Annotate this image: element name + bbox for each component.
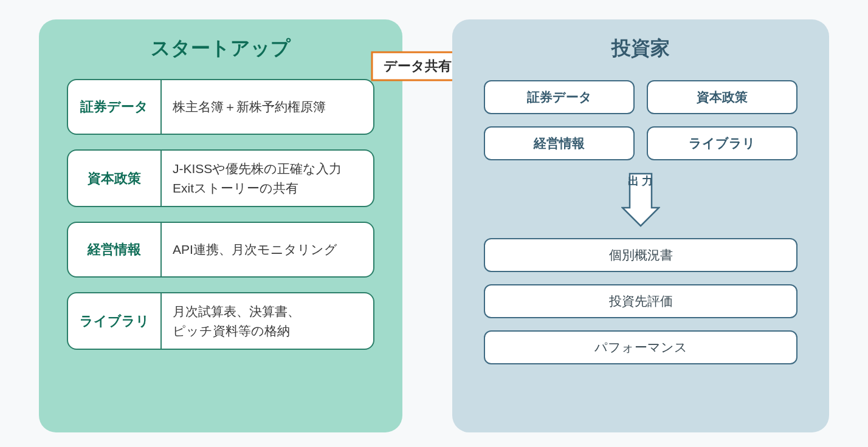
investor-output-evaluation: 投資先評価 — [484, 284, 797, 318]
startup-row-label: 経営情報 — [68, 223, 162, 276]
investor-panel: 投資家 証券データ 資本政策 経営情報 ライブラリ 出 力 個別概況書 投資先評… — [452, 19, 829, 432]
investor-input-management-info: 経営情報 — [484, 126, 635, 160]
output-arrow-label: 出 力 — [621, 175, 660, 188]
investor-output-overview: 個別概況書 — [484, 238, 797, 272]
startup-row-label: 資本政策 — [68, 151, 162, 206]
startup-row-desc: J-KISSや優先株の正確な入力 Exitストーリーの共有 — [162, 151, 373, 206]
diagram-canvas: スタートアップ 証券データ 株主名簿＋新株予約権原簿 資本政策 J-KISSや優… — [0, 0, 868, 447]
startup-row-capital-policy: 資本政策 J-KISSや優先株の正確な入力 Exitストーリーの共有 — [67, 149, 374, 207]
investor-outputs-stack: 個別概況書 投資先評価 パフォーマンス — [484, 238, 797, 364]
startup-row-securities: 証券データ 株主名簿＋新株予約権原簿 — [67, 79, 374, 135]
investor-input-securities: 証券データ — [484, 80, 635, 114]
data-share-arrow-label: データ共有 — [371, 44, 464, 89]
startup-row-library: ライブラリ 月次試算表、決算書、 ピッチ資料等の格納 — [67, 292, 374, 350]
output-arrow: 出 力 — [621, 172, 660, 227]
output-arrow-wrap: 出 力 — [484, 172, 797, 227]
startup-row-label: 証券データ — [68, 80, 162, 134]
startup-row-desc: 株主名簿＋新株予約権原簿 — [162, 80, 373, 134]
startup-row-desc: 月次試算表、決算書、 ピッチ資料等の格納 — [162, 293, 373, 349]
startup-row-desc: API連携、月次モニタリング — [162, 223, 373, 276]
investor-output-performance: パフォーマンス — [484, 330, 797, 364]
investor-panel-title: 投資家 — [484, 35, 797, 62]
startup-panel-title: スタートアップ — [67, 35, 374, 62]
investor-inputs-grid: 証券データ 資本政策 経営情報 ライブラリ — [484, 80, 797, 160]
investor-input-library: ライブラリ — [647, 126, 797, 160]
investor-input-capital-policy: 資本政策 — [647, 80, 797, 114]
startup-row-label: ライブラリ — [68, 293, 162, 349]
startup-row-management-info: 経営情報 API連携、月次モニタリング — [67, 222, 374, 278]
startup-panel: スタートアップ 証券データ 株主名簿＋新株予約権原簿 資本政策 J-KISSや優… — [39, 19, 402, 432]
